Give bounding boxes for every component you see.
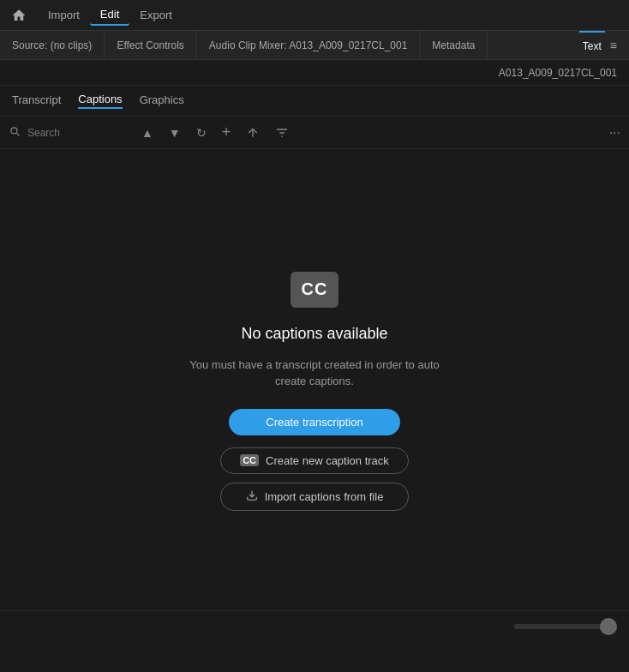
tab-menu-icon[interactable]: ≡ bbox=[610, 39, 617, 52]
filter-button[interactable] bbox=[271, 123, 293, 142]
caption-track-icon: CC bbox=[240, 454, 259, 466]
tab-metadata[interactable]: Metadata bbox=[420, 31, 488, 59]
tab-audio-clip-mixer[interactable]: Audio Clip Mixer: A013_A009_0217CL_001 bbox=[197, 31, 421, 59]
menu-item-edit[interactable]: Edit bbox=[90, 4, 129, 26]
bottom-scrollbar-area bbox=[0, 610, 629, 641]
filename-bar: A013_A009_0217CL_001 bbox=[0, 60, 629, 86]
filename-label: A013_A009_0217CL_001 bbox=[499, 67, 617, 79]
no-captions-description: You must have a transcript created in or… bbox=[177, 357, 452, 390]
tab-right-area: Text ≡ bbox=[567, 31, 629, 59]
tab-effect-controls[interactable]: Effect Controls bbox=[105, 31, 196, 59]
import-captions-button[interactable]: Import captions from file bbox=[220, 483, 409, 511]
main-content: CC No captions available You must have a… bbox=[0, 149, 629, 641]
home-icon[interactable] bbox=[7, 3, 31, 27]
closed-captions-icon: CC bbox=[291, 272, 338, 308]
toolbar: ▲ ▼ ↻ + ··· bbox=[0, 117, 629, 149]
sub-tab-graphics[interactable]: Graphics bbox=[140, 93, 184, 108]
create-caption-track-button[interactable]: CC Create new caption track bbox=[220, 447, 409, 474]
tab-text[interactable]: Text bbox=[579, 31, 605, 59]
sub-tab-captions[interactable]: Captions bbox=[78, 93, 122, 109]
up-arrow-button[interactable]: ▲ bbox=[137, 123, 158, 142]
scroll-thumb[interactable] bbox=[600, 618, 617, 635]
sub-tab-transcript[interactable]: Transcript bbox=[12, 93, 61, 108]
no-captions-title: No captions available bbox=[241, 325, 387, 343]
refresh-button[interactable]: ↻ bbox=[192, 123, 211, 142]
add-button[interactable]: + bbox=[218, 121, 236, 144]
down-arrow-button[interactable]: ▼ bbox=[165, 123, 185, 142]
create-transcription-button[interactable]: Create transcription bbox=[229, 409, 400, 435]
tab-source[interactable]: Source: (no clips) bbox=[0, 31, 105, 59]
import-icon bbox=[246, 489, 258, 504]
search-input[interactable] bbox=[27, 127, 130, 139]
tab-bar: Source: (no clips) Effect Controls Audio… bbox=[0, 31, 629, 60]
menu-item-import[interactable]: Import bbox=[38, 5, 90, 25]
search-icon bbox=[9, 125, 21, 140]
import-captions-label: Import captions from file bbox=[265, 490, 384, 503]
sub-tab-bar: Transcript Captions Graphics bbox=[0, 86, 629, 117]
scroll-track bbox=[514, 624, 617, 629]
adjust-button[interactable] bbox=[242, 123, 264, 142]
more-options-button[interactable]: ··· bbox=[609, 125, 620, 141]
create-caption-track-label: Create new caption track bbox=[266, 454, 389, 467]
menu-bar: Import Edit Export bbox=[0, 0, 629, 31]
menu-item-export[interactable]: Export bbox=[129, 5, 183, 25]
